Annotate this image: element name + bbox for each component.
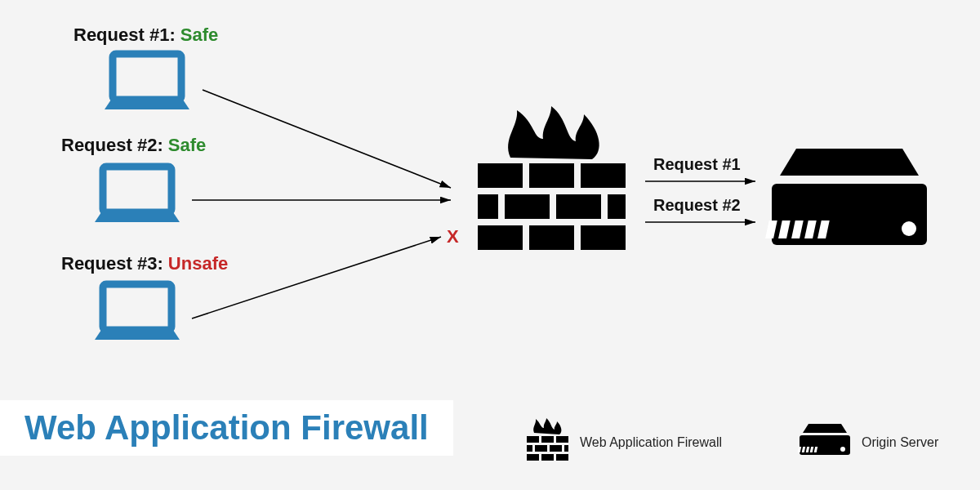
- server-icon: [764, 139, 939, 257]
- svg-rect-9: [529, 163, 574, 188]
- legend-firewall-icon: [523, 416, 572, 461]
- passed-request-1-label: Request #1: [653, 155, 741, 174]
- legend-firewall-label: Web Application Firewall: [580, 435, 722, 450]
- svg-rect-2: [103, 284, 172, 330]
- blocked-marker: X: [447, 226, 459, 247]
- request-1-label: Request #1: Safe: [74, 24, 218, 46]
- diagram-title: Web Application Firewall: [0, 400, 453, 456]
- svg-rect-26: [541, 436, 554, 443]
- svg-rect-30: [550, 445, 562, 452]
- svg-rect-10: [581, 163, 626, 188]
- svg-rect-34: [556, 454, 568, 461]
- svg-rect-17: [581, 225, 626, 250]
- request-2-label: Request #2: Safe: [61, 135, 206, 156]
- svg-rect-16: [529, 225, 574, 250]
- svg-rect-1: [103, 167, 172, 212]
- request-2-prefix: Request #2:: [61, 135, 168, 155]
- svg-rect-31: [564, 445, 568, 452]
- svg-line-3: [203, 90, 451, 188]
- svg-rect-29: [535, 445, 547, 452]
- diagram-canvas: Request #1: Safe Request #2: Safe Reques…: [0, 0, 980, 490]
- svg-rect-25: [527, 436, 539, 443]
- svg-rect-8: [478, 163, 523, 188]
- svg-rect-28: [527, 445, 532, 452]
- svg-line-5: [192, 237, 441, 318]
- legend-server-label: Origin Server: [862, 435, 938, 450]
- svg-rect-12: [505, 194, 550, 219]
- request-1-status: Safe: [180, 24, 218, 45]
- request-3-prefix: Request #3:: [61, 253, 168, 274]
- svg-rect-33: [541, 454, 554, 461]
- laptop-icon: [88, 162, 186, 235]
- request-2-status: Safe: [168, 135, 206, 155]
- laptop-icon: [88, 279, 186, 353]
- svg-point-41: [840, 447, 845, 452]
- svg-rect-11: [478, 194, 498, 219]
- svg-rect-0: [113, 54, 181, 100]
- laptop-icon: [98, 49, 196, 122]
- firewall-icon: [470, 94, 641, 257]
- request-1-prefix: Request #1:: [74, 24, 180, 45]
- svg-rect-13: [556, 194, 601, 219]
- passed-request-2-label: Request #2: [653, 196, 741, 215]
- legend-server-icon: [796, 421, 853, 457]
- svg-rect-27: [556, 436, 568, 443]
- svg-rect-32: [527, 454, 539, 461]
- request-3-label: Request #3: Unsafe: [61, 253, 228, 274]
- svg-point-24: [902, 221, 916, 236]
- svg-rect-14: [608, 194, 626, 219]
- svg-rect-15: [478, 225, 523, 250]
- request-3-status: Unsafe: [168, 253, 228, 274]
